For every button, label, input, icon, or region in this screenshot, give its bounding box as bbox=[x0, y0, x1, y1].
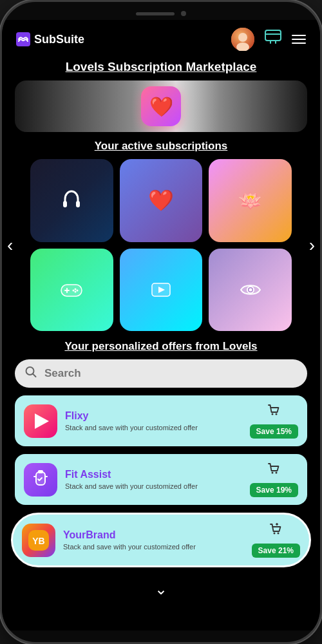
subscriptions-section-title: Your active subscriptions bbox=[2, 132, 320, 159]
fit-assist-right: Save 19% bbox=[250, 462, 298, 497]
prev-arrow[interactable]: ‹ bbox=[7, 235, 13, 256]
svg-point-11 bbox=[77, 290, 79, 292]
hamburger-menu-icon[interactable] bbox=[292, 35, 306, 44]
subscription-heart[interactable]: ❤️ bbox=[120, 159, 203, 242]
svg-rect-6 bbox=[76, 201, 80, 207]
yourbrand-save-badge: Save 21% bbox=[252, 544, 300, 558]
svg-point-2 bbox=[238, 33, 247, 42]
svg-point-31 bbox=[278, 533, 279, 535]
phone-frame: SubSuite bbox=[0, 0, 322, 644]
offer-card-flixy: Flixy Stack and save with your customize… bbox=[15, 395, 307, 446]
next-arrow[interactable]: › bbox=[309, 235, 315, 256]
subscription-gamepad[interactable] bbox=[30, 249, 113, 332]
flixy-name: Flixy bbox=[65, 410, 242, 422]
svg-point-30 bbox=[274, 533, 276, 535]
svg-point-12 bbox=[75, 291, 77, 293]
offer-card-fit-assist: Fit Assist Stack and save with your cust… bbox=[15, 454, 307, 505]
search-input[interactable] bbox=[15, 359, 307, 388]
search-icon bbox=[25, 366, 37, 381]
svg-point-26 bbox=[272, 472, 274, 474]
flixy-right: Save 15% bbox=[250, 403, 298, 439]
yourbrand-desc: Stack and save with your customized offe… bbox=[63, 542, 244, 551]
header-right bbox=[231, 28, 306, 51]
svg-rect-23 bbox=[38, 470, 43, 473]
svg-rect-5 bbox=[63, 201, 67, 207]
svg-point-17 bbox=[249, 289, 252, 292]
page-title: Lovels Subscription Marketplace bbox=[2, 57, 320, 80]
notch-dot bbox=[181, 11, 186, 16]
fit-assist-name: Fit Assist bbox=[65, 469, 242, 480]
flixy-save-badge: Save 15% bbox=[250, 424, 298, 439]
flixy-icon bbox=[24, 404, 57, 438]
logo: SubSuite bbox=[16, 32, 84, 46]
cart-icon[interactable] bbox=[265, 30, 281, 49]
offers-section-title: Your personalized offers from Lovels bbox=[2, 331, 320, 359]
hero-banner: ❤️ bbox=[15, 80, 307, 132]
yourbrand-cart-icon[interactable] bbox=[269, 522, 283, 540]
svg-point-13 bbox=[73, 290, 75, 292]
subscriptions-grid-wrapper: ‹ ❤️ 🪷 bbox=[2, 159, 320, 331]
yourbrand-info: YourBrand Stack and save with your custo… bbox=[63, 529, 244, 551]
subscription-lotus[interactable]: 🪷 bbox=[209, 159, 292, 242]
hero-icon: ❤️ bbox=[141, 86, 181, 126]
svg-rect-4 bbox=[265, 30, 281, 41]
svg-line-19 bbox=[33, 374, 36, 377]
svg-point-21 bbox=[276, 413, 278, 415]
avatar[interactable] bbox=[231, 28, 254, 51]
search-wrapper bbox=[15, 359, 307, 388]
yourbrand-name: YourBrand bbox=[63, 529, 244, 541]
logo-icon bbox=[16, 32, 30, 46]
svg-text:YB: YB bbox=[32, 536, 44, 546]
fit-assist-save-badge: Save 19% bbox=[250, 483, 298, 497]
flixy-desc: Stack and save with your customized offe… bbox=[65, 423, 242, 432]
offer-card-yourbrand: YB YourBrand Stack and save with your cu… bbox=[11, 513, 311, 567]
notch-pill bbox=[136, 12, 175, 15]
fit-assist-info: Fit Assist Stack and save with your cust… bbox=[65, 469, 242, 491]
yourbrand-right: Save 21% bbox=[252, 522, 300, 558]
header: SubSuite bbox=[2, 20, 320, 57]
fit-assist-icon bbox=[24, 463, 57, 497]
fit-assist-cart-icon[interactable] bbox=[267, 462, 281, 479]
svg-point-27 bbox=[276, 472, 278, 474]
subscription-eye[interactable] bbox=[209, 249, 292, 332]
yourbrand-icon: YB bbox=[22, 524, 55, 557]
fit-assist-desc: Stack and save with your customized offe… bbox=[65, 482, 242, 491]
svg-point-20 bbox=[272, 413, 274, 415]
subscriptions-grid: ❤️ 🪷 bbox=[30, 159, 292, 331]
subscription-film[interactable] bbox=[120, 249, 203, 332]
scroll-down-indicator: ⌄ bbox=[2, 575, 320, 609]
svg-rect-7 bbox=[61, 285, 82, 296]
flixy-cart-icon[interactable] bbox=[267, 403, 281, 421]
subscription-headphones[interactable] bbox=[30, 159, 113, 242]
flixy-info: Flixy Stack and save with your customize… bbox=[65, 410, 242, 432]
svg-point-10 bbox=[75, 289, 77, 290]
logo-text: SubSuite bbox=[34, 33, 84, 46]
notch-bar bbox=[2, 2, 320, 20]
screen: SubSuite bbox=[2, 20, 320, 630]
